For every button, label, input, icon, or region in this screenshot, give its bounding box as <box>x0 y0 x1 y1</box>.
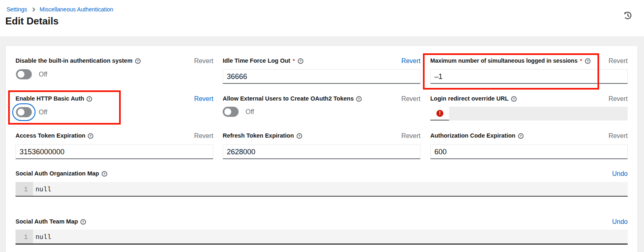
svg-text:?: ? <box>299 59 301 63</box>
svg-text:?: ? <box>298 134 300 138</box>
svg-text:?: ? <box>90 134 92 138</box>
svg-text:?: ? <box>82 220 84 224</box>
svg-text:?: ? <box>137 59 139 63</box>
svg-text:?: ? <box>103 172 105 176</box>
svg-text:?: ? <box>520 134 522 138</box>
svg-text:?: ? <box>358 97 360 101</box>
svg-text:?: ? <box>513 97 515 101</box>
